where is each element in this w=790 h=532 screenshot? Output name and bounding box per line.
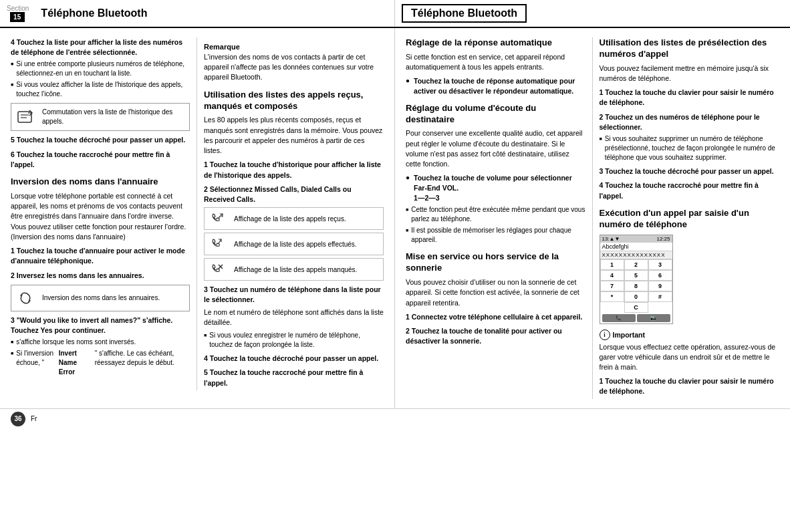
- left-columns: 4 Touchez la liste pour afficher la list…: [11, 37, 384, 390]
- page-header: Section 15 Téléphone Bluetooth Téléphone…: [0, 0, 790, 28]
- header-title-left: Téléphone Bluetooth: [41, 7, 147, 19]
- header-left: Section 15 Téléphone Bluetooth: [0, 0, 395, 27]
- sonnerie-step1: 1 Connectez votre téléphone cellulaire à…: [406, 312, 585, 322]
- key-5[interactable]: 5: [624, 270, 648, 281]
- inv-step3-bullet2: Si l'inversion échoue, "Invert Name Erro…: [11, 349, 190, 377]
- inversion-heading: Inversion des noms dans l'annuaire: [11, 176, 190, 188]
- presel-step3: 3 Touchez la touche décroché pour passer…: [600, 166, 780, 176]
- appels-step3: 3 Touchez un numéro de téléphone dans la…: [204, 285, 384, 305]
- volume-body: Pour conserver une excellente qualité au…: [406, 128, 585, 169]
- appels-heading: Utilisation des listes des appels reçus,…: [204, 90, 384, 112]
- presel-step4: 4 Touchez la touche raccroché pour mettr…: [600, 180, 780, 201]
- important-icon: i: [600, 329, 610, 340]
- appels-step1: 1 Touchez la touche d'historique pour af…: [204, 160, 384, 180]
- step6-heading: 6 Touchez la touche raccroché pour mettr…: [11, 150, 190, 170]
- sonnerie-heading: Mise en service ou hors service de la so…: [406, 251, 585, 274]
- presel-step2: 2 Touchez un des numéros de téléphone po…: [600, 112, 780, 132]
- important-title: Important: [613, 331, 645, 339]
- key-c[interactable]: C: [624, 302, 648, 313]
- step5-heading: 5 Touchez la touche décroché pour passer…: [11, 135, 190, 145]
- phone-time: 13:▲▼: [602, 236, 620, 242]
- important-body: Lorsque vous effectuez cette opération, …: [600, 342, 780, 373]
- volume-note2: Il est possible de mémoriser les réglage…: [406, 226, 585, 245]
- phone-bottom-row: C: [600, 302, 672, 313]
- preselection-heading: Utilisation des listes de présélection d…: [600, 37, 780, 60]
- appels-step3-bullet: Si vous voulez enregistrer le numéro de …: [204, 331, 384, 350]
- presel-step2-bullet: Si vous souhaitez supprimer un numéro de…: [600, 134, 780, 162]
- svg-line-7: [219, 239, 221, 243]
- inv-step2-heading: 2 Inversez les noms dans les annuaires.: [11, 271, 190, 281]
- icon-row-recus: Affichage de la liste des appels reçus.: [204, 207, 384, 230]
- right-col2: Utilisation des listes de présélection d…: [593, 37, 780, 399]
- reponse-body: Si cette fonction est en service, cet ap…: [406, 52, 585, 72]
- inv-step1-heading: 1 Touchez la touche d'annuaire pour acti…: [11, 246, 190, 266]
- main-content: 4 Touchez la liste pour afficher la list…: [0, 28, 790, 408]
- inv-step3-heading: 3 "Would you like to invert all names?" …: [11, 315, 190, 336]
- header-title-right: Téléphone Bluetooth: [402, 4, 527, 23]
- icon1-desc: Affichage de la liste des appels reçus.: [234, 215, 346, 223]
- manques-icon: [209, 261, 229, 278]
- presel-step1: 1 Touchez la touche du clavier pour sais…: [600, 88, 780, 108]
- sonnerie-body: Vous pouvez choisir d'utiliser ou non la…: [406, 277, 585, 308]
- recus-icon: [209, 210, 229, 227]
- important-label: i Important: [600, 329, 780, 340]
- phone-clock: 12:25: [656, 236, 670, 242]
- key-8[interactable]: 8: [624, 281, 648, 291]
- volume-note1: Cette fonction peut être exécutée même p…: [406, 205, 585, 224]
- key-2[interactable]: 2: [624, 259, 648, 270]
- phone-action-row: 📞 📷: [600, 313, 672, 323]
- key-6[interactable]: 6: [648, 270, 672, 281]
- important-box: i Important Lorsque vous effectuez cette…: [600, 329, 780, 373]
- page-footer: 36 Fr: [0, 408, 790, 429]
- key-0[interactable]: 0: [624, 291, 648, 302]
- section-badge: 15: [10, 12, 25, 22]
- icon3-desc: Affichage de la liste des appels manqués…: [234, 265, 357, 274]
- right-col1: Réglage de la réponse automatique Si cet…: [406, 37, 593, 399]
- volume-heading: Réglage du volume d'écoute du destinatai…: [406, 103, 585, 126]
- appels-step3-body: Le nom et numéro de téléphone sont affic…: [204, 307, 384, 327]
- note-box-1: Commutation vers la liste de l'historiqu…: [11, 103, 190, 131]
- footer-lang: Fr: [31, 415, 37, 422]
- invert-icon: [17, 289, 37, 307]
- inversion-body: Lorsque votre téléphone portable est con…: [11, 191, 190, 242]
- appels-step5: 5 Touchez la touche raccroché pour mettr…: [204, 368, 384, 388]
- saisie-heading: Exécution d'un appel par saisie d'un num…: [600, 208, 780, 231]
- remarque-body: L'inversion des noms de vos contacts à p…: [204, 52, 384, 83]
- left-half: 4 Touchez la liste pour afficher la list…: [0, 28, 395, 408]
- phone-input: XXXXXXXXXXXXXXX: [600, 251, 672, 259]
- key-9[interactable]: 9: [648, 281, 672, 291]
- note-box-2: Inversion des noms dans les annuaires.: [11, 285, 190, 311]
- section-label: Section: [7, 5, 29, 12]
- call-history-icon: [17, 108, 37, 126]
- step4-heading: 4 Touchez la liste pour afficher la list…: [11, 37, 190, 57]
- sonnerie-step2: 2 Touchez la touche de tonalité pour act…: [406, 326, 585, 346]
- header-right: Téléphone Bluetooth: [395, 0, 790, 27]
- right-half: Réglage de la réponse automatique Si cet…: [395, 28, 790, 408]
- saisie-step1: 1 Touchez la touche du clavier pour sais…: [600, 376, 780, 396]
- step4-bullet1: Si une entrée comporte plusieurs numéros…: [11, 59, 190, 78]
- appels-body: Les 80 appels les plus récents composés,…: [204, 115, 384, 156]
- appels-step2: 2 Sélectionnez Missed Calls, Dialed Call…: [204, 184, 384, 205]
- icon-row-effectues: Affichage de la liste des appels effectu…: [204, 233, 384, 255]
- note1-text: Commutation vers la liste de l'historiqu…: [42, 108, 184, 126]
- key-1[interactable]: 1: [600, 259, 624, 270]
- preselection-body: Vous pouvez facilement mettre en mémoire…: [600, 63, 780, 84]
- step4-bullet2: Si vous voulez afficher la liste de l'hi…: [11, 80, 190, 99]
- phone-display: 13:▲▼ 12:25 Abcdefghi XXXXXXXXXXXXXXX 1 …: [600, 235, 673, 324]
- phone-display-header: 13:▲▼ 12:25: [600, 235, 672, 243]
- icon2-desc: Affichage de la liste des appels effectu…: [234, 240, 357, 249]
- left-col2: Remarque L'inversion des noms de vos con…: [197, 37, 384, 390]
- key-7[interactable]: 7: [600, 281, 624, 291]
- key-3[interactable]: 3: [648, 259, 672, 270]
- key-4[interactable]: 4: [600, 270, 624, 281]
- key-star[interactable]: *: [600, 291, 624, 302]
- phone-contact-name: Abcdefghi: [600, 243, 672, 251]
- note2-text: Inversion des noms dans les annuaires.: [42, 293, 160, 303]
- page-number: 36: [11, 412, 25, 426]
- call-button[interactable]: 📞: [602, 314, 636, 322]
- inv-step3-bullet1: s'affiche lorsque les noms sont inversés…: [11, 338, 190, 347]
- key-hash[interactable]: #: [648, 291, 672, 302]
- effectues-icon: [209, 235, 229, 253]
- end-call-button[interactable]: 📷: [637, 314, 670, 322]
- left-col1: 4 Touchez la liste pour afficher la list…: [11, 37, 197, 390]
